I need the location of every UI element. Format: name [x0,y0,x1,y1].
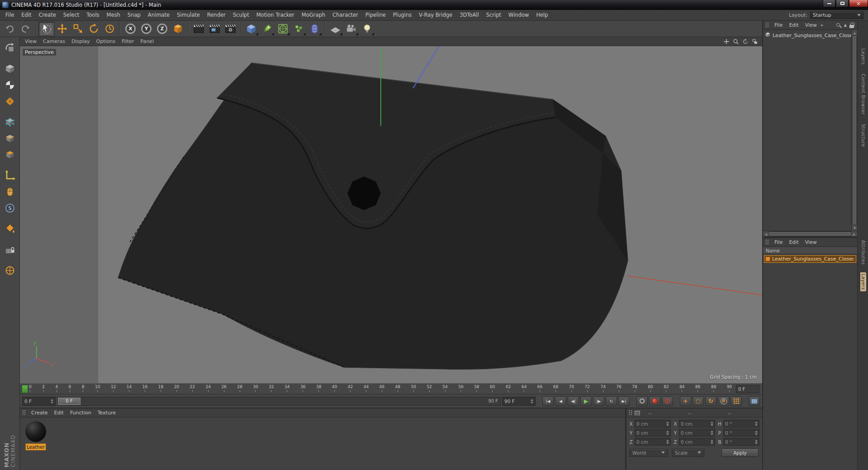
coord-input-0-x[interactable]: 0 cm [635,420,671,427]
make-editable-icon[interactable] [2,41,18,55]
menu-sculpt[interactable]: Sculpt [229,10,253,20]
panel-grip-icon[interactable] [765,239,769,245]
y-axis-lock-icon[interactable]: Y [138,22,154,36]
menu-tools[interactable]: Tools [83,10,103,20]
right-tab-layers[interactable]: Layers [860,272,866,291]
edges-mode-icon[interactable] [2,131,18,145]
polygons-mode-icon[interactable] [2,147,18,161]
layer-manager-menu-edit[interactable]: Edit [786,239,802,245]
goto-end-button[interactable]: ▶| [618,396,630,406]
timeline-slider[interactable]: 0 F 90 F [57,397,501,406]
menu-snap[interactable]: Snap [124,10,144,20]
workplane-axis-icon[interactable] [2,263,18,277]
panel-grip-icon[interactable] [765,22,769,28]
spinner-arrows-icon[interactable] [666,422,669,426]
tweak-mode-icon[interactable] [2,185,18,199]
layer-manager-menu-file[interactable]: File [771,239,786,245]
last-used-tool-icon[interactable] [102,22,118,36]
autokey-button[interactable] [649,396,660,406]
viewport-menu-filter[interactable]: Filter [119,38,137,44]
right-tab-attributes[interactable]: Attributes [860,239,866,266]
timeline-slider-thumb[interactable]: 0 F [58,398,81,405]
enable-axis-icon[interactable] [2,168,18,182]
panel-grip-icon[interactable] [22,410,26,416]
layer-manager-menu-view[interactable]: View [802,239,820,245]
spinner-arrows-icon[interactable] [711,431,713,435]
object-manager-menu-file[interactable]: File [771,22,786,28]
right-tab-layers[interactable]: Layers [860,47,866,66]
menu-animate[interactable]: Animate [144,10,173,20]
menu-render[interactable]: Render [204,10,229,20]
coordinate-mode-dropdown[interactable]: Scale [672,449,704,457]
record-position-toggle[interactable]: + [680,396,691,406]
layer-color-swatch[interactable] [765,256,770,261]
viewport[interactable]: y x z Perspective Grid Spacing : 1 cm [20,46,762,383]
layout-dropdown[interactable]: Startup [810,11,863,19]
material-manager-menu-function[interactable]: Function [67,410,95,416]
add-light-icon[interactable] [359,22,375,36]
menu-plugins[interactable]: Plugins [389,10,415,20]
snap-toggle-icon[interactable]: S [2,201,18,215]
z-axis-lock-icon[interactable]: Z [154,22,170,36]
menu-help[interactable]: Help [532,10,551,20]
maximize-button[interactable] [836,0,849,7]
live-selection-icon[interactable] [38,22,54,36]
texture-mode-icon[interactable] [2,78,18,92]
right-tab-content-browser[interactable]: Content Browser [860,72,866,116]
layers-list[interactable]: Leather_Sunglasses_Case_Closed_ [763,254,857,470]
redo-icon[interactable] [18,22,33,36]
rotate-tool-icon[interactable] [86,22,102,36]
render-settings-icon[interactable] [223,22,238,36]
coord-input-2-h[interactable]: 0 ° [723,420,759,427]
lock-workplane-icon[interactable] [2,242,18,256]
add-modeling-icon[interactable] [291,22,307,36]
minimize-button[interactable] [823,0,835,7]
viewport-maximize-icon[interactable] [751,38,759,45]
coord-input-2-b[interactable]: 0 ° [723,438,759,446]
spinner-arrows-icon[interactable] [711,440,713,444]
play-loop-button[interactable]: ↻ [606,396,617,406]
scale-tool-icon[interactable] [70,22,86,36]
add-generator-icon[interactable] [275,22,291,36]
coord-input-0-z[interactable]: 0 cm [635,438,671,446]
render-picture-viewer-icon[interactable] [207,22,223,36]
close-button[interactable]: × [849,0,868,7]
viewport-menu-display[interactable]: Display [68,38,93,44]
material-preview-sphere[interactable] [25,421,46,442]
paint-workplane-icon[interactable] [2,222,18,236]
menu-3dtoall[interactable]: 3DToAll [456,10,483,20]
menu-overflow-icon[interactable]: ► [820,23,825,27]
add-environment-icon[interactable] [327,22,343,36]
scrollbar-thumb[interactable] [853,36,856,224]
menu-create[interactable]: Create [35,10,60,20]
move-tool-icon[interactable] [54,22,70,36]
record-parameter-toggle[interactable]: P [718,396,729,406]
next-frame-button[interactable]: |▶ [593,396,604,406]
model-mode-icon[interactable] [2,62,18,76]
max-frame-field[interactable]: 90 F [502,397,536,406]
viewport-menu-view[interactable]: View [22,38,40,44]
workplane-mode-icon[interactable] [2,94,18,108]
coord-input-0-y[interactable]: 0 cm [635,429,671,437]
coord-input-2-p[interactable]: 0 ° [723,429,759,437]
viewport-pan-icon[interactable] [722,38,730,45]
add-cube-icon[interactable] [243,22,259,36]
search-icon[interactable] [836,23,841,28]
spinner-arrows-icon[interactable] [51,399,53,404]
viewport-zoom-icon[interactable] [732,38,740,45]
x-axis-lock-icon[interactable]: X [123,22,138,36]
object-manager-menu-view[interactable]: View [802,22,820,28]
spinner-arrows-icon[interactable] [755,431,758,435]
timeline-ruler[interactable]: 0246810121416182022242628303234363840424… [20,383,762,394]
coordinate-space-dropdown[interactable]: World [629,449,668,457]
object-manager-menu-edit[interactable]: Edit [786,22,802,28]
spinner-arrows-icon[interactable] [666,431,669,435]
spinner-arrows-icon[interactable] [755,440,758,444]
current-frame-field[interactable]: 0 F [22,397,56,406]
record-rotation-toggle[interactable]: ↻ [705,396,716,406]
viewport-menu-cameras[interactable]: Cameras [40,38,68,44]
menu-motion-tracker[interactable]: Motion Tracker [253,10,298,20]
spinner-arrows-icon[interactable] [666,440,669,444]
camera-label[interactable]: Perspective [23,49,56,56]
menu-script[interactable]: Script [483,10,505,20]
